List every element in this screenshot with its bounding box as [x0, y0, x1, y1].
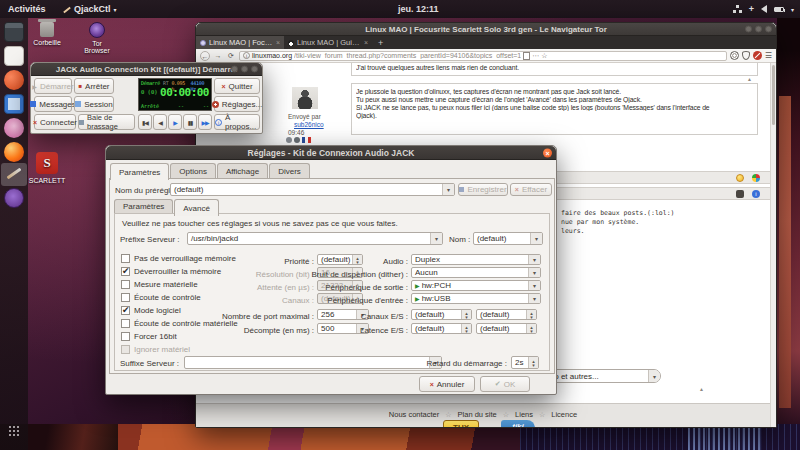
window-controls[interactable]	[745, 26, 772, 33]
qjackctl-title-bar[interactable]: JACK Audio Connection Kit [(default)] Dé…	[31, 63, 262, 76]
bookmark-star-icon[interactable]: ☆	[541, 52, 547, 60]
footer-link[interactable]: Nous contacter	[389, 410, 439, 419]
dither-combo[interactable]: Aucun	[411, 267, 541, 278]
back-button[interactable]: ←	[200, 51, 210, 61]
backward-button[interactable]: ◀	[153, 114, 167, 130]
author-link[interactable]: sub26nico	[294, 121, 324, 128]
server-prefix-label: Préfixe Serveur :	[120, 235, 180, 244]
emoji-picker-icon[interactable]	[752, 174, 760, 182]
subtab-avance[interactable]: Avancé	[174, 199, 219, 216]
page-scrollbar[interactable]	[770, 63, 776, 427]
messages-button[interactable]: Messages	[34, 96, 72, 112]
penguin-favicon	[288, 40, 294, 46]
dock-document-icon[interactable]	[4, 46, 24, 66]
tab-divers[interactable]: Divers	[269, 163, 310, 179]
footer-link[interactable]: Liens	[515, 410, 533, 419]
window-controls[interactable]	[231, 66, 258, 73]
out-channels-spin[interactable]: (default)	[476, 309, 537, 320]
security-shield-icon[interactable]	[742, 51, 750, 60]
session-button[interactable]: Session	[74, 96, 114, 112]
desktop-icon-scarlett[interactable]: S SCARLETT	[25, 152, 69, 184]
audio-combo[interactable]: Duplex	[411, 254, 541, 265]
dock-music-app-icon[interactable]	[4, 70, 24, 90]
noscript-icon[interactable]	[753, 51, 762, 60]
clock[interactable]: jeu. 12:11	[398, 0, 439, 18]
server-prefix-combo[interactable]: /usr/bin/jackd	[187, 232, 443, 245]
quit-button[interactable]: × Quitter	[214, 78, 260, 94]
tab-affichage[interactable]: Affichage	[217, 163, 268, 179]
close-icon[interactable]: ×	[543, 148, 552, 157]
help-icon[interactable]: i	[752, 190, 760, 198]
post-action-icons[interactable]	[286, 137, 311, 143]
camera-icon[interactable]	[736, 190, 744, 198]
smiley-icon[interactable]	[736, 174, 744, 182]
cancel-button[interactable]: × Annuler	[419, 376, 475, 392]
out-latency-spin[interactable]: (default)	[476, 323, 537, 334]
tab-options[interactable]: Options	[170, 163, 216, 179]
page-actions-icon[interactable]: ⋯	[532, 52, 539, 60]
in-channels-spin[interactable]: (default)	[411, 309, 472, 320]
reload-button[interactable]: ⟳	[226, 51, 236, 61]
server-name-combo[interactable]: (default)	[473, 232, 543, 245]
site-info-icon[interactable]: i	[243, 52, 250, 59]
about-button[interactable]: i À propos...	[214, 114, 260, 130]
dock-photos-icon[interactable]	[4, 94, 24, 114]
pause-button[interactable]: ▮▮	[183, 114, 197, 130]
save-preset-button[interactable]: Enregistrer	[458, 183, 508, 196]
collapse-arrow-icon[interactable]: ▲	[747, 76, 752, 82]
checkbox-force16bit[interactable]: ✔Forcer 16bit	[121, 332, 177, 341]
forward-button[interactable]: →	[213, 51, 223, 61]
output-device-combo[interactable]: ▶ hw:PCH	[411, 280, 541, 291]
desktop-icon-tor-browser[interactable]: Tor Browser	[75, 22, 119, 54]
start-delay-spin[interactable]: 2s	[511, 356, 539, 369]
editor-text-line: leurs.	[561, 227, 584, 235]
dock-tor-browser-icon[interactable]	[4, 188, 24, 208]
tab-parametres[interactable]: Paramètres	[110, 163, 169, 180]
dock-media-app-icon[interactable]	[4, 118, 24, 138]
collapse-arrow-icon[interactable]: ▲	[699, 386, 704, 392]
show-applications-icon[interactable]	[9, 426, 19, 436]
ok-button[interactable]: ✔ OK	[480, 376, 530, 392]
in-latency-spin[interactable]: (default)	[411, 323, 472, 334]
activities-button[interactable]: Activités	[8, 0, 46, 18]
save-page-icon[interactable]	[523, 52, 530, 60]
checkbox-softmode[interactable]: ✔Mode logiciel	[121, 306, 181, 315]
connect-button[interactable]: × Connecter	[34, 114, 76, 130]
dialog-title-bar[interactable]: Réglages - Kit de Connexion Audio JACK ×	[106, 146, 556, 160]
preset-combo[interactable]: (default)	[170, 183, 455, 196]
dock-firefox-icon[interactable]	[4, 142, 24, 162]
browser-tab-1[interactable]: Linux MAO | Focusrite S ×	[196, 36, 284, 49]
input-device-combo[interactable]: ▶ hw:USB	[411, 293, 541, 304]
settings-button[interactable]: Réglages...	[214, 96, 260, 112]
app-menu[interactable]: QjackCtl ▾	[62, 0, 117, 18]
category-dropdown[interactable]: dio et autres...	[544, 369, 661, 383]
menu-hamburger-icon[interactable]: ☰	[765, 51, 772, 60]
dock-qjackctl-item[interactable]	[1, 163, 27, 186]
server-suffix-combo[interactable]	[184, 356, 442, 369]
browser-tab-2[interactable]: Linux MAO | Guide d'édi ×	[284, 36, 372, 49]
desktop-icon-trash[interactable]: Corbeille	[25, 22, 69, 46]
stop-button[interactable]: ■ Arrêter	[74, 78, 114, 94]
start-button[interactable]: ▶ Démarrer	[34, 78, 72, 94]
tux-logo[interactable]: TUX	[443, 420, 479, 427]
erase-preset-button[interactable]: × Effacer	[510, 183, 552, 196]
url-bar[interactable]: i linuxmao.org /tiki-view_forum_thread.p…	[239, 51, 727, 61]
subtab-parametres[interactable]: Paramètres	[114, 199, 173, 213]
system-tray[interactable]: + ▾	[733, 0, 794, 18]
close-tab-icon[interactable]: ×	[276, 39, 280, 46]
play-button[interactable]: ▶	[168, 114, 182, 130]
browser-title-bar[interactable]: Linux MAO | Focusrite Scarlett Solo 3rd …	[196, 23, 776, 36]
footer-link[interactable]: Plan du site	[458, 410, 497, 419]
rewind-button[interactable]: ▮◀	[138, 114, 152, 130]
wrench-icon	[62, 5, 71, 14]
checkbox-ignore-hw[interactable]: ✔Ignorer matériel	[121, 345, 190, 354]
close-tab-icon[interactable]: ×	[364, 39, 368, 46]
footer-link[interactable]: Licence	[551, 410, 577, 419]
patchbay-button[interactable]: Baie de brassage	[78, 114, 135, 130]
tor-circuit-icon[interactable]	[730, 51, 739, 60]
tiki-logo[interactable]: tiki	[501, 420, 535, 427]
new-tab-button[interactable]: +	[372, 36, 389, 49]
transport-bbt: --	[203, 103, 209, 109]
forward-button[interactable]: ▶▶	[198, 114, 212, 130]
dock-terminal-icon[interactable]	[4, 22, 24, 42]
